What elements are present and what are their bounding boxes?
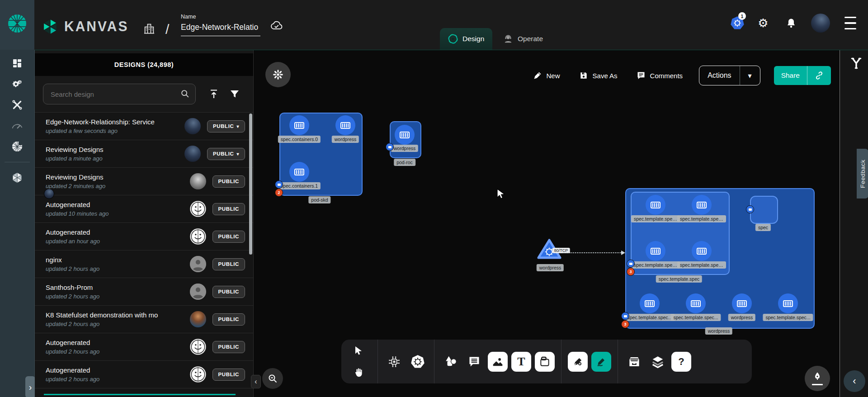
design-list-item[interactable]: Reviewing Designs updated 2 minutes ago … [35,167,253,195]
sidebar-item-performance[interactable] [0,116,34,136]
container-node[interactable] [778,293,798,313]
error-badge[interactable]: 2 [275,189,283,197]
actions-button[interactable]: Actions [699,66,739,85]
new-button[interactable]: New [530,71,563,80]
components-tool[interactable] [382,351,406,372]
k8s-badge-icon[interactable] [746,205,754,213]
design-list-item[interactable]: nginx updated 2 hours ago PUBLIC [35,250,253,278]
filter-button[interactable] [226,85,244,103]
sidebar-item-dashboard[interactable] [0,53,34,73]
meshery-logo[interactable] [0,0,34,50]
image-tool[interactable] [486,351,509,372]
sidebar-item-lifecycle[interactable] [0,74,34,94]
sidebar-item-kanvas[interactable] [0,168,34,188]
design-visibility-button[interactable]: PUBLIC [212,231,245,243]
notifications-button[interactable] [783,14,799,32]
component-drawer-tool[interactable] [623,351,646,372]
help-tool[interactable]: ? [670,351,693,372]
k8s-badge-icon[interactable] [627,260,635,268]
menu-button[interactable] [842,14,858,32]
design-list-item-partial[interactable] [35,388,253,397]
search-input[interactable] [50,84,174,104]
spec-node[interactable] [750,196,778,224]
kubernetes-tool[interactable] [406,351,429,372]
pan-tool[interactable] [347,362,370,383]
design-visibility-button[interactable]: PUBLIC [212,341,245,353]
design-list-item[interactable]: Autogenerated updated 2 hours ago PUBLIC [35,360,253,388]
container-node[interactable] [640,293,660,313]
sidebar-item-extensions[interactable] [0,137,34,156]
text-tool[interactable]: T [509,351,533,372]
container-node[interactable] [289,115,309,135]
right-dock-collapse-button[interactable]: ‹ [844,370,865,392]
zoom-control-button[interactable] [262,368,283,389]
design-visibility-button[interactable]: PUBLIC ▾ [207,148,245,160]
panel-collapse-handle[interactable]: ‹ [251,375,261,388]
shapes-tool[interactable] [439,351,462,372]
container-node[interactable] [335,115,355,135]
container-node[interactable] [646,241,665,261]
select-tool[interactable] [347,340,370,361]
design-name-input[interactable] [181,20,260,36]
sidebar-item-configuration[interactable] [0,95,34,115]
container-node[interactable] [686,293,706,313]
freehand-draw-tool[interactable] [590,351,613,372]
design-visibility-button[interactable]: PUBLIC [212,369,245,381]
organization-icon[interactable] [143,22,156,37]
share-button[interactable]: Share [774,66,807,85]
annotation-tool[interactable] [462,351,486,372]
design-updated-text: updated 2 hours ago [46,376,190,383]
settings-button[interactable]: ⚙ [755,14,771,32]
kanvas-logo[interactable]: KANVAS [42,18,128,35]
gear-icon: ⚙ [758,17,768,29]
whiteboard-pen-button[interactable] [805,366,830,391]
design-list-item[interactable]: Edge-Network-Relationship: Service updat… [35,112,253,140]
feedback-tab[interactable]: Feedback [857,149,868,198]
design-visibility-button[interactable]: PUBLIC [212,313,245,326]
new-label: New [547,72,560,80]
design-visibility-button[interactable]: PUBLIC [212,258,245,270]
copy-link-button[interactable] [807,66,831,85]
actions-dropdown-button[interactable]: ▾ [740,66,760,85]
comments-button[interactable]: Comments [634,71,686,80]
error-badge[interactable]: 3 [627,268,635,276]
sidebar-expand-handle[interactable]: › [25,376,35,397]
pen-tool[interactable] [566,351,590,372]
publish-design-button[interactable] [205,85,223,103]
design-list-item[interactable]: Autogenerated updated an hour ago PUBLIC [35,222,253,250]
k8s-badge-icon[interactable] [621,312,629,320]
container-node[interactable] [646,195,665,215]
container-node[interactable] [395,125,415,145]
design-visibility-button[interactable]: PUBLIC [212,286,245,298]
design-list-item[interactable]: K8 Statefulset demonstration with mo upd… [35,305,253,333]
tab-operate[interactable]: Operate [495,28,551,50]
tab-design[interactable]: Design [440,28,492,50]
error-badge[interactable]: 3 [621,320,629,328]
container-node[interactable] [732,293,752,313]
design-visibility-button[interactable]: PUBLIC [212,203,245,215]
design-visibility-button[interactable]: PUBLIC [212,175,245,188]
save-as-button[interactable]: Save As [576,71,620,80]
list-scrollbar[interactable] [249,113,252,255]
container-node[interactable] [289,162,309,182]
design-list-item[interactable]: Autogenerated updated 10 minutes ago PUB… [35,195,253,222]
kubernetes-context-button[interactable]: 1 [727,14,743,32]
canvas-dock-toggle[interactable] [265,62,291,87]
user-avatar[interactable] [811,14,830,33]
layers-tool[interactable] [646,351,670,372]
k8s-badge-icon[interactable] [275,180,283,189]
name-label: Name [181,14,262,20]
hierarchy-merge-button[interactable] [846,56,866,72]
design-list-item[interactable]: Santhosh-Prom updated 2 hours ago PUBLIC [35,278,253,305]
design-list-item[interactable]: Autogenerated updated 2 hours ago PUBLIC [35,333,253,360]
container-node[interactable] [692,195,712,215]
k8s-badge-icon[interactable] [386,143,394,151]
note-tool[interactable] [533,351,557,372]
container-node[interactable] [692,241,712,261]
collaborator-mini-avatar [44,189,54,199]
design-visibility-button[interactable]: PUBLIC ▾ [207,120,245,132]
visibility-label: PUBLIC [218,344,239,350]
design-list-item[interactable]: Reviewing Designs updated a minute ago P… [35,140,253,167]
node-label: spec.template.spec... [763,314,813,321]
design-canvas[interactable]: New Save As Comments Actions [254,50,839,397]
